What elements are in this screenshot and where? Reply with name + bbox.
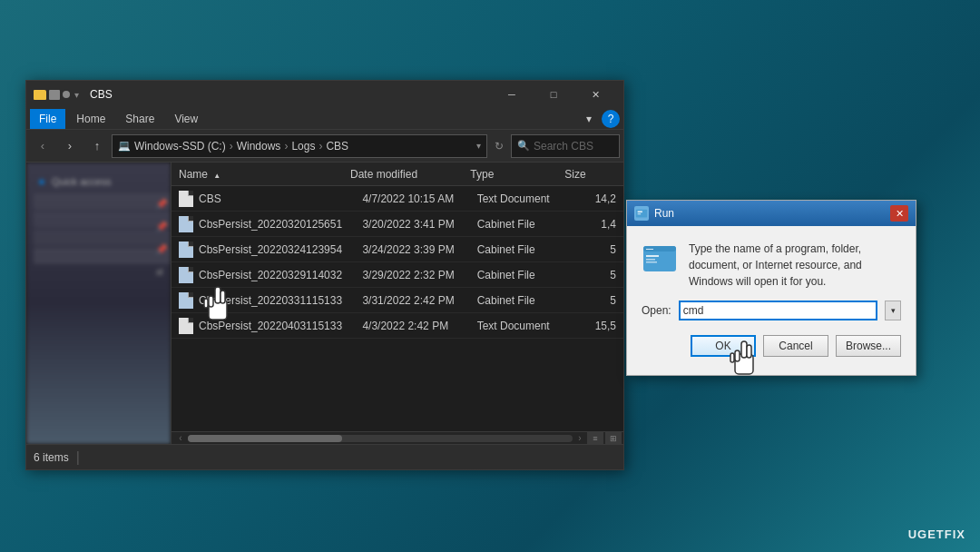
menu-help-btn[interactable]: ? xyxy=(602,110,620,128)
run-header: Type the name of a program, folder, docu… xyxy=(642,241,901,290)
menu-bar: File Home Share View ▾ ? xyxy=(26,108,623,130)
search-box[interactable]: 🔍 Search CBS xyxy=(511,134,620,158)
search-icon: 🔍 xyxy=(517,140,530,152)
nav-up-button[interactable]: ↑ xyxy=(84,133,110,159)
run-input-field[interactable] xyxy=(679,301,877,320)
scrollbar-thumb[interactable] xyxy=(188,435,342,442)
table-row[interactable]: CbsPersist_20220329114032 3/29/2022 2:32… xyxy=(172,262,623,288)
file-size-4: 5 xyxy=(567,294,616,307)
col-header-size[interactable]: Size xyxy=(564,168,616,181)
nav-refresh-button[interactable]: ↻ xyxy=(491,140,507,153)
file-icon-cabinet xyxy=(179,267,193,283)
file-name-4: CbsPersist_20220331115133 xyxy=(199,294,362,307)
file-type-0: Text Document xyxy=(477,192,567,205)
svg-rect-13 xyxy=(646,261,657,263)
file-date-5: 4/3/2022 2:42 PM xyxy=(362,320,476,332)
svg-rect-7 xyxy=(638,213,642,214)
file-name-2: CbsPersist_20220324123954 xyxy=(199,243,362,256)
menu-share[interactable]: Share xyxy=(116,109,163,129)
quick-access-label: Quick access xyxy=(52,176,111,187)
run-title-bar: Run ✕ xyxy=(627,201,916,226)
menu-file[interactable]: File xyxy=(30,109,65,129)
file-size-2: 5 xyxy=(567,243,616,256)
menu-chevron-area: ▾ ? xyxy=(580,110,620,128)
menu-home[interactable]: Home xyxy=(67,109,114,129)
file-icon-cabinet xyxy=(179,216,193,232)
table-row[interactable]: CbsPersist_20220331115133 3/31/2022 2:42… xyxy=(172,288,623,313)
file-explorer-window: ▾ CBS ─ □ ✕ File Home Share View ▾ ? ‹ ›… xyxy=(25,80,624,470)
pin-icon-1: 📌 xyxy=(156,199,167,209)
file-name-1: CbsPersist_20220320125651 xyxy=(199,218,362,231)
file-icon-cabinet xyxy=(179,292,193,309)
search-placeholder: Search CBS xyxy=(534,140,593,153)
run-close-button[interactable]: ✕ xyxy=(890,205,908,222)
file-icon-text xyxy=(179,318,193,334)
window-controls: ─ □ ✕ xyxy=(491,81,616,108)
sort-icon: ▲ xyxy=(213,172,220,180)
file-rows: CBS 4/7/2022 10:15 AM Text Document 14,2… xyxy=(172,186,623,431)
menu-expand-btn[interactable]: ▾ xyxy=(580,110,598,128)
run-app-icon xyxy=(634,206,649,221)
breadcrumb-cbs[interactable]: CBS xyxy=(326,140,348,153)
breadcrumb-sep3: › xyxy=(318,140,322,153)
menu-view[interactable]: View xyxy=(165,109,207,129)
status-bar: 6 items | xyxy=(26,444,623,469)
table-row[interactable]: CbsPersist_20220324123954 3/24/2022 3:39… xyxy=(172,237,623,262)
view-icons-btn[interactable]: ⊞ xyxy=(605,431,622,445)
file-date-0: 4/7/2022 10:15 AM xyxy=(362,192,476,205)
breadcrumb-logs[interactable]: Logs xyxy=(291,140,315,153)
main-area: ★ Quick access 📌 📌 📌 al xyxy=(26,163,623,444)
scrollbar-track[interactable] xyxy=(188,435,573,442)
nav-forward-button[interactable]: › xyxy=(57,133,83,159)
sidebar-item-3 xyxy=(34,230,171,246)
watermark: UGETFIX xyxy=(908,527,965,541)
view-details-btn[interactable]: ≡ xyxy=(587,431,603,445)
table-row[interactable]: CbsPersist_20220320125651 3/20/2022 3:41… xyxy=(172,212,623,237)
file-name-5: CbsPersist_20220403115133 xyxy=(199,320,362,332)
sidebar-item-4 xyxy=(34,248,171,264)
close-button[interactable]: ✕ xyxy=(574,81,616,108)
svg-rect-6 xyxy=(638,211,642,212)
run-title-text: Run xyxy=(654,207,885,220)
svg-rect-12 xyxy=(646,259,655,261)
view-buttons: ≡ ⊞ xyxy=(587,431,622,445)
breadcrumb-windows[interactable]: Windows xyxy=(237,140,281,153)
run-ok-button[interactable]: OK xyxy=(691,335,756,357)
run-open-label: Open: xyxy=(642,304,671,317)
sidebar-item-2 xyxy=(34,212,171,228)
address-dropdown-icon[interactable]: ▾ xyxy=(476,141,481,151)
file-type-1: Cabinet File xyxy=(477,218,567,231)
breadcrumb-sep1: › xyxy=(230,140,233,153)
file-list-header: Name ▲ Date modified Type Size xyxy=(172,163,623,186)
file-list: Name ▲ Date modified Type Size CBS 4/7/2… xyxy=(172,163,623,444)
scroll-right-btn[interactable]: › xyxy=(573,433,587,444)
pin-icon-4: al xyxy=(156,267,167,277)
title-folder-icon xyxy=(34,90,46,100)
title-circle-icon xyxy=(63,91,70,98)
nav-bar: ‹ › ↑ 💻 Windows-SSD (C:) › Windows › Log… xyxy=(26,130,623,163)
run-open-row: Open: ▾ xyxy=(642,301,901,320)
maximize-button[interactable]: □ xyxy=(533,81,574,108)
run-cancel-button[interactable]: Cancel xyxy=(763,335,828,357)
col-header-date[interactable]: Date modified xyxy=(350,168,470,181)
nav-back-button[interactable]: ‹ xyxy=(30,133,55,159)
pin-icon-2: 📌 xyxy=(156,222,167,232)
col-header-name[interactable]: Name ▲ xyxy=(179,168,350,181)
run-browse-button[interactable]: Browse... xyxy=(836,335,901,357)
run-description: Type the name of a program, folder, docu… xyxy=(689,241,901,290)
title-separator: ▾ xyxy=(74,90,79,100)
address-drive-icon: 💻 xyxy=(118,140,131,152)
breadcrumb-drive[interactable]: Windows-SSD (C:) xyxy=(134,140,226,153)
file-name-0: CBS xyxy=(199,192,362,205)
horizontal-scrollbar[interactable]: ‹ › ≡ ⊞ xyxy=(172,431,623,444)
table-row[interactable]: CBS 4/7/2022 10:15 AM Text Document 14,2 xyxy=(172,186,623,212)
minimize-button[interactable]: ─ xyxy=(491,81,533,108)
file-type-4: Cabinet File xyxy=(477,294,567,307)
scroll-left-btn[interactable]: ‹ xyxy=(173,433,188,444)
table-row[interactable]: CbsPersist_20220403115133 4/3/2022 2:42 … xyxy=(172,313,623,339)
run-input-dropdown[interactable]: ▾ xyxy=(885,301,901,320)
col-header-type[interactable]: Type xyxy=(470,168,564,181)
file-icon-cabinet xyxy=(179,242,193,258)
sidebar: ★ Quick access 📌 📌 📌 al xyxy=(26,163,172,444)
address-bar[interactable]: 💻 Windows-SSD (C:) › Windows › Logs › CB… xyxy=(112,134,487,158)
